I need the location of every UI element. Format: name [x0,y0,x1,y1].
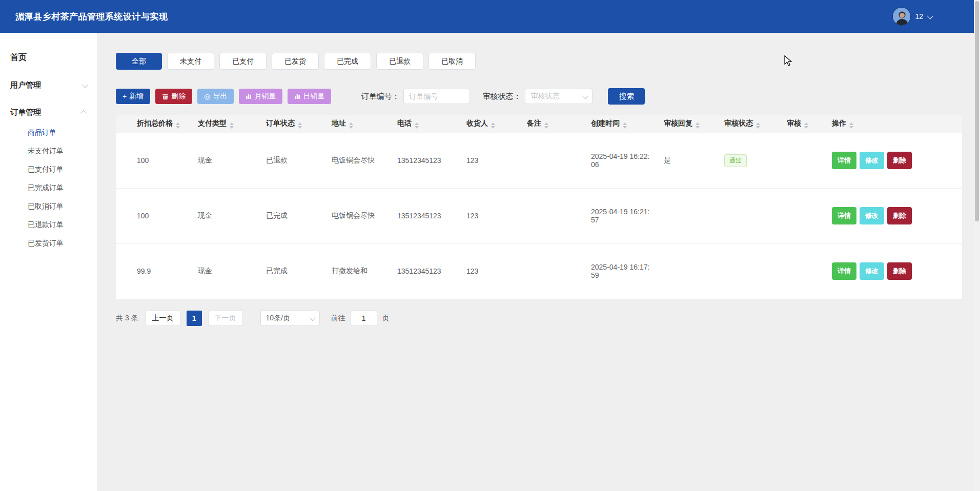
add-button[interactable]: + 新增 [116,89,150,104]
monthly-sales-button[interactable]: 月销量 [239,89,282,104]
cell-pay-type: 现金 [191,133,259,188]
avatar[interactable] [892,7,911,26]
tab-cancelled[interactable]: 已取消 [428,53,476,70]
sort-icon[interactable] [349,122,353,129]
sidebar: 首页 用户管理 订单管理 商品订单 未支付订单 已支付订单 已完成订单 已取消订… [0,33,97,491]
sidebar-item-home[interactable]: 首页 [0,46,97,69]
sidebar-item-cancelled-orders[interactable]: 已取消订单 [0,197,97,216]
sort-icon[interactable] [491,122,495,129]
search-button[interactable]: 搜索 [608,88,645,105]
user-menu[interactable]: 12 [892,7,932,26]
detail-button[interactable]: 详情 [832,152,856,169]
col-header-price[interactable]: 折扣总价格 [116,115,191,133]
sort-icon[interactable] [544,122,548,129]
cell-audit-status: 通过 [717,133,780,188]
table-row: 99.9 现金 已完成 打撒发给和 13512345123 123 2025-0… [116,243,962,299]
edit-button[interactable]: 修改 [860,262,884,280]
cell-address: 电饭锅会尽快 [324,133,390,188]
cell-actions: 详情修改删除 [825,133,962,188]
detail-button[interactable]: 详情 [832,207,856,224]
sort-icon[interactable] [623,122,627,129]
daily-sales-button[interactable]: 日销量 [288,89,331,104]
col-header-note[interactable]: 备注 [520,115,584,133]
col-header-pay-type[interactable]: 支付类型 [191,115,259,133]
cell-audit-reply [657,243,717,299]
col-header-created[interactable]: 创建时间 [584,115,657,133]
row-delete-button[interactable]: 删除 [887,152,912,169]
cell-created: 2025-04-19 16:22:06 [584,133,657,188]
cell-status: 已完成 [259,188,324,243]
export-button[interactable]: ◎ 导出 [197,89,234,104]
col-header-audit[interactable]: 审核 [780,115,825,133]
tab-completed[interactable]: 已完成 [324,53,371,70]
tab-unpaid[interactable]: 未支付 [167,53,214,70]
page-number-1[interactable]: 1 [187,311,202,326]
cell-audit-reply: 是 [657,133,717,188]
col-header-phone[interactable]: 电话 [390,115,459,133]
sort-icon[interactable] [176,122,180,129]
orders-table: 折扣总价格 支付类型 订单状态 地址 电话 收货人 备注 创建时间 审核回复 审… [116,115,962,299]
col-header-actions[interactable]: 操作 [825,115,962,133]
sidebar-item-shipped-orders[interactable]: 已发货订单 [0,234,97,253]
cell-audit [780,133,825,188]
row-delete-button[interactable]: 删除 [887,207,912,224]
sidebar-group-user-management[interactable]: 用户管理 [0,74,97,96]
col-header-status[interactable]: 订单状态 [259,115,324,133]
status-badge: 通过 [724,154,747,167]
col-header-audit-reply[interactable]: 审核回复 [657,115,717,133]
sort-icon[interactable] [298,122,302,129]
tab-paid[interactable]: 已支付 [219,53,267,70]
main-content: 全部 未支付 已支付 已发货 已完成 已退款 已取消 + 新增 删除 ◎ 导出 [97,33,980,491]
cell-note [520,188,584,243]
scrollbar-thumb[interactable] [975,1,979,221]
next-page-button[interactable]: 下一页 [208,311,243,326]
cell-actions: 详情修改删除 [825,188,962,243]
order-no-input[interactable] [403,89,470,104]
tab-shipped[interactable]: 已发货 [272,53,319,70]
row-delete-button[interactable]: 删除 [887,262,912,280]
chevron-down-icon [582,92,589,99]
cell-status: 已完成 [259,243,324,299]
goto-page-input[interactable] [351,311,377,326]
sort-icon[interactable] [849,122,853,129]
sidebar-group-order-management[interactable]: 订单管理 [0,101,97,124]
sidebar-item-completed-orders[interactable]: 已完成订单 [0,179,97,197]
col-header-recipient[interactable]: 收货人 [459,115,520,133]
cell-address: 电饭锅会尽快 [324,188,390,243]
col-header-audit-status[interactable]: 审核状态 [717,115,780,133]
cell-price: 100 [116,133,191,188]
sort-icon[interactable] [415,122,419,129]
cell-status: 已退款 [259,133,324,188]
sidebar-item-unpaid-orders[interactable]: 未支付订单 [0,142,97,160]
cell-phone: 13512345123 [390,133,459,188]
tab-refunded[interactable]: 已退款 [376,53,423,70]
delete-button[interactable]: 删除 [155,89,192,104]
sort-icon[interactable] [756,122,760,129]
sort-icon[interactable] [804,122,808,129]
edit-button[interactable]: 修改 [860,152,884,169]
sort-icon[interactable] [230,122,234,129]
tab-all[interactable]: 全部 [116,53,162,70]
cell-pay-type: 现金 [191,188,259,243]
pagination: 共 3 条 上一页 1 下一页 10条/页 前往 页 [116,311,963,326]
chevron-down-icon [309,314,316,321]
sidebar-item-paid-orders[interactable]: 已支付订单 [0,160,97,179]
cell-phone: 13512345123 [390,188,459,243]
cell-audit-status [717,188,780,243]
edit-button[interactable]: 修改 [860,207,884,224]
audit-status-select[interactable]: 审核状态 [525,89,593,104]
vertical-scrollbar[interactable] [974,0,980,491]
goto-label: 前往 [331,314,345,323]
detail-button[interactable]: 详情 [832,262,856,280]
page-size-select[interactable]: 10条/页 [260,311,320,326]
orders-table-card: 折扣总价格 支付类型 订单状态 地址 电话 收货人 备注 创建时间 审核回复 审… [116,115,963,299]
sidebar-item-refunded-orders[interactable]: 已退款订单 [0,216,97,234]
cell-audit-reply [657,188,717,243]
prev-page-button[interactable]: 上一页 [146,311,180,326]
cell-note [520,133,584,188]
sort-icon[interactable] [696,122,700,129]
col-header-address[interactable]: 地址 [324,115,390,133]
sidebar-item-product-orders[interactable]: 商品订单 [0,124,97,142]
cell-audit [780,188,825,243]
status-tabs: 全部 未支付 已支付 已发货 已完成 已退款 已取消 [116,53,963,70]
